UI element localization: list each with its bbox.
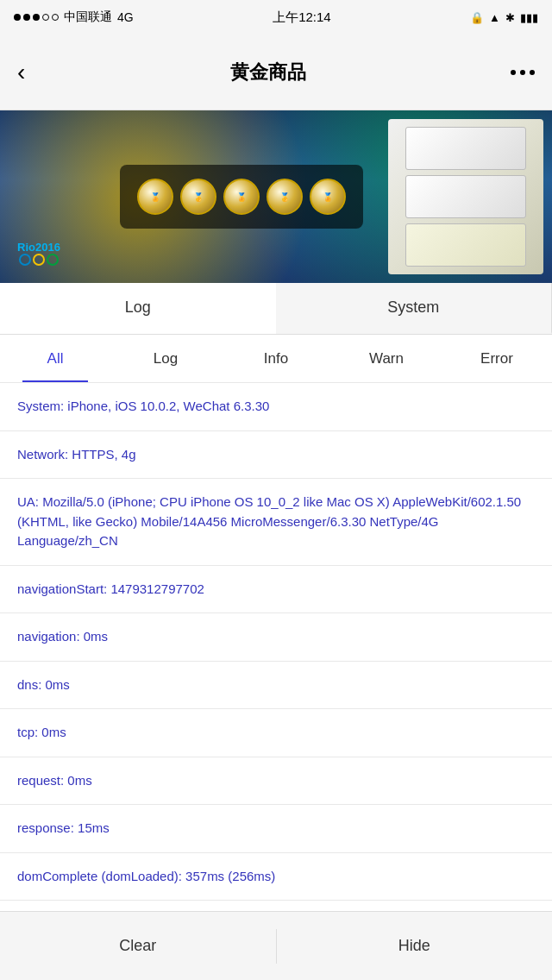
log-item-network: Network: HTTPS, 4g (0, 431, 552, 480)
log-item-ua: UA: Mozilla/5.0 (iPhone; CPU iPhone OS 1… (0, 479, 552, 566)
log-item-navigation: navigation: 0ms (0, 613, 552, 662)
page-title: 黄金商品 (230, 60, 306, 85)
olympic-logo: Rio2016 (17, 241, 60, 266)
log-item-tcp: tcp: 0ms (0, 709, 552, 757)
signal-dot-5 (52, 14, 59, 21)
bottom-bar: Clear Hide (0, 911, 552, 980)
log-item-dom-complete: domComplete (domLoaded): 357ms (256ms) (0, 853, 552, 901)
location-icon: ▲ (489, 11, 500, 24)
nav-bar: ‹ 黄金商品 (0, 35, 552, 110)
tab-system[interactable]: System (276, 283, 553, 334)
log-item-nav-start: navigationStart: 1479312797702 (0, 566, 552, 614)
clear-button[interactable]: Clear (0, 912, 276, 980)
status-right: 🔒 ▲ ✱ ▮▮▮ (470, 11, 538, 24)
signal-dot-3 (33, 14, 40, 21)
more-dot-2 (520, 70, 525, 75)
carrier-label: 中国联通 (64, 9, 112, 25)
tab-log-filter[interactable]: Log (110, 335, 221, 382)
ring-2 (33, 254, 45, 266)
coin-2: 🥇 (180, 179, 216, 215)
log-content: System: iPhone, iOS 10.0.2, WeChat 6.3.3… (0, 383, 552, 970)
tab-info[interactable]: Info (221, 335, 331, 382)
signal-dot-2 (23, 14, 30, 21)
signal-dot-1 (14, 14, 21, 21)
log-item-response: response: 15ms (0, 805, 552, 853)
tab-all[interactable]: All (0, 335, 110, 382)
tab-log[interactable]: Log (0, 283, 276, 334)
right-product-display (388, 119, 543, 274)
coin-1: 🏅 (137, 179, 173, 215)
more-button[interactable] (511, 70, 535, 75)
hide-button[interactable]: Hide (277, 912, 553, 980)
product-box-3 (405, 223, 526, 267)
status-bar: 中国联通 4G 上午12:14 🔒 ▲ ✱ ▮▮▮ (0, 0, 552, 35)
product-image-area: 🏅 🥇 🏅 🥇 🏅 Rio2016 (0, 110, 552, 283)
coin-3: 🏅 (223, 179, 260, 215)
status-left: 中国联通 4G (14, 9, 134, 25)
coin-5: 🏅 (310, 179, 346, 215)
coin-4: 🥇 (267, 179, 303, 215)
signal-dots (14, 14, 59, 21)
product-boxes (405, 127, 526, 267)
coins-display: 🏅 🥇 🏅 🥇 🏅 (120, 165, 363, 229)
log-item-system: System: iPhone, iOS 10.0.2, WeChat 6.3.3… (0, 383, 552, 431)
more-dot-1 (511, 70, 516, 75)
ring-1 (19, 254, 31, 266)
tab-row-1: Log System (0, 283, 552, 335)
bluetooth-icon: ✱ (505, 11, 515, 24)
signal-dot-4 (42, 14, 49, 21)
log-item-dns: dns: 0ms (0, 662, 552, 710)
log-item-request: request: 0ms (0, 757, 552, 806)
more-dot-3 (530, 70, 535, 75)
back-button[interactable]: ‹ (17, 59, 25, 86)
tab-row-2: All Log Info Warn Error (0, 335, 552, 383)
product-box-2 (405, 175, 526, 218)
network-type: 4G (117, 10, 134, 24)
battery-icon: ▮▮▮ (520, 11, 538, 24)
lock-icon: 🔒 (470, 11, 484, 24)
ring-3 (47, 254, 59, 266)
rio-label: Rio2016 (17, 241, 60, 254)
tab-warn[interactable]: Warn (331, 335, 442, 382)
status-time: 上午12:14 (273, 9, 331, 26)
product-box-1 (405, 127, 526, 170)
olympic-rings (19, 254, 59, 266)
tab-error[interactable]: Error (442, 335, 552, 382)
